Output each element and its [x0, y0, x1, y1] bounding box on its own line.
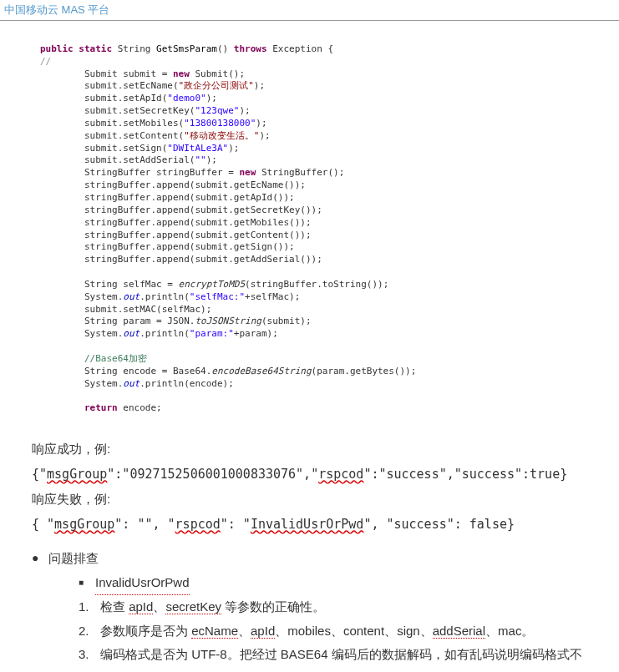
sub-title: InvalidUsrOrPwd [95, 571, 190, 596]
response-success-body: {"msgGroup":"0927152506001000833076","rs… [32, 462, 587, 487]
list-item: 2.参数顺序是否为 ecName、apId、mobiles、content、si… [32, 619, 587, 644]
page-header: 中国移动云 MAS 平台 [0, 0, 619, 21]
square-bullet-icon: ■ [79, 571, 95, 590]
list-item: 1.检查 apId、secretKey 等参数的正确性。 [32, 595, 587, 619]
response-section: 响应成功，例: {"msgGroup":"0927152506001000833… [0, 430, 619, 547]
sub-title-row: ■ InvalidUsrOrPwd [32, 571, 587, 596]
troubleshoot-section: ● 问题排查 ■ InvalidUsrOrPwd 1.检查 apId、secre… [0, 547, 619, 672]
bullet-icon: ● [32, 547, 48, 569]
list-item: 3.编码格式是否为 UTF-8。把经过 BASE64 编码后的数据解码，如有乱码… [32, 643, 587, 672]
troubleshoot-title: 问题排查 [48, 547, 99, 571]
code-block: public static String GetSmsParam() throw… [0, 31, 619, 415]
response-fail-label: 响应失败，例: [32, 487, 587, 512]
response-success-label: 响应成功，例: [32, 437, 587, 462]
response-fail-body: { "msgGroup": "", "rspcod": "InvalidUsrO… [32, 512, 587, 537]
troubleshoot-title-row: ● 问题排查 [32, 547, 587, 571]
